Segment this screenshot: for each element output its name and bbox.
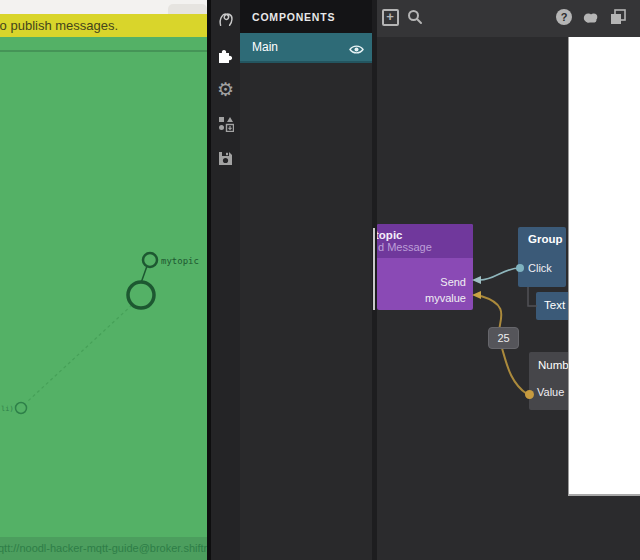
add-node-icon[interactable]: +	[381, 8, 399, 26]
topic-node-circle	[143, 253, 157, 267]
browser-preview-region: to publish messages. mytopic li) qtt://n…	[0, 0, 207, 560]
components-panel-title: COMPONENTS	[240, 0, 372, 23]
deploy-icon[interactable]	[211, 112, 240, 136]
green-divider-line	[0, 50, 207, 52]
browser-tab-edge	[168, 4, 207, 14]
node-editor-toolbar: + ?	[377, 0, 640, 38]
myvalue-input-arrow[interactable]	[472, 291, 481, 299]
value-port-dot[interactable]	[525, 390, 534, 399]
client-node-label: li)	[1, 405, 14, 413]
broker-node-circle	[128, 282, 154, 308]
click-port-dot[interactable]	[516, 264, 524, 272]
eye-icon[interactable]	[349, 41, 364, 59]
mqtt-topology-graphic: mytopic li)	[0, 37, 207, 537]
broker-url-bar: qtt://noodl-hacker-mqtt-guide@broker.shi…	[0, 537, 207, 560]
send-input-arrow[interactable]	[472, 276, 481, 284]
components-panel: COMPONENTS Main	[240, 0, 372, 560]
cloud-icon[interactable]	[582, 8, 600, 26]
browser-top-bar	[0, 0, 207, 14]
client-node-circle	[16, 403, 27, 414]
app-sidebar: ⚙	[211, 0, 240, 560]
component-item-main[interactable]: Main	[240, 33, 372, 63]
component-item-label: Main	[240, 40, 278, 54]
components-tab-icon[interactable]	[211, 43, 240, 67]
save-icon[interactable]	[211, 146, 240, 170]
wire-value-badge: 25	[488, 327, 519, 349]
noodl-logo-icon	[211, 7, 240, 31]
broker-url-text: qtt://noodl-hacker-mqtt-guide@broker.shi…	[0, 537, 207, 560]
components-panel-header: COMPONENTS	[240, 0, 372, 33]
preview-overlay-panel	[568, 37, 640, 496]
search-icon[interactable]	[406, 8, 424, 26]
wire-click-to-send	[480, 268, 520, 280]
settings-icon[interactable]: ⚙	[211, 77, 240, 101]
panel-resize-handle[interactable]	[373, 228, 375, 310]
mqtt-graph-view: mytopic li)	[0, 37, 207, 537]
topic-node-label: mytopic	[161, 256, 199, 266]
connection-dashed-line	[28, 305, 132, 401]
group-child-connector	[528, 287, 537, 306]
windows-icon[interactable]	[609, 8, 627, 26]
notice-banner: to publish messages.	[0, 14, 207, 37]
help-icon[interactable]: ?	[555, 8, 573, 26]
notice-banner-text: to publish messages.	[0, 14, 118, 37]
